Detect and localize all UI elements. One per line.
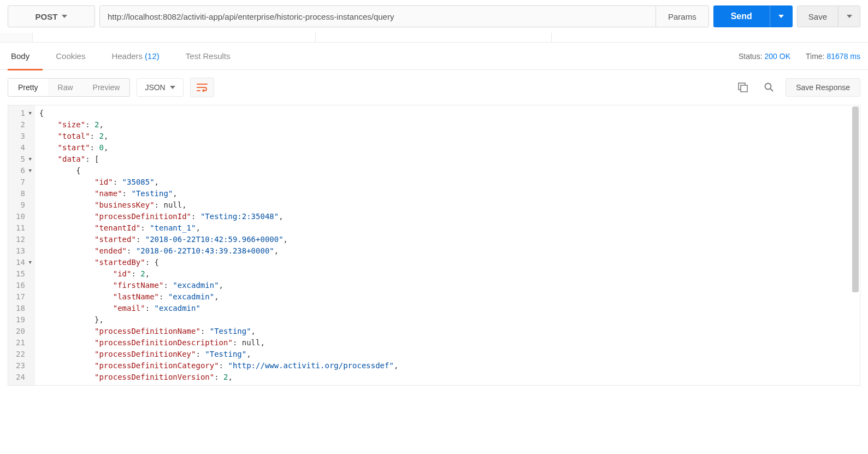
search-button[interactable]: [759, 78, 779, 97]
line-number: 8: [8, 188, 35, 199]
fold-icon[interactable]: ▼: [27, 165, 32, 176]
line-number: 16: [8, 280, 35, 291]
line-number: 17: [8, 291, 35, 303]
line-number: 24: [8, 372, 35, 383]
line-number: 13: [8, 245, 35, 257]
code-line: "name": "Testing",: [39, 188, 855, 199]
code-line: "data": [: [39, 154, 855, 165]
code-line: "lastName": "excadmin",: [39, 291, 855, 303]
header-count: (12): [145, 51, 160, 61]
line-number: 3: [8, 131, 35, 142]
line-number: 14▼: [8, 257, 35, 268]
syntax-value: JSON: [145, 83, 165, 92]
line-number: 23: [8, 360, 35, 372]
line-number: 9: [8, 199, 35, 211]
line-number: 2: [8, 119, 35, 131]
request-bar: POST Params Send Save: [0, 0, 868, 33]
code-content[interactable]: { "size": 2, "total": 2, "start": 0, "da…: [35, 105, 860, 385]
syntax-select[interactable]: JSON: [137, 78, 183, 97]
url-group: Params: [99, 5, 709, 27]
tab-cookies[interactable]: Cookies: [43, 43, 98, 70]
line-number: 4: [8, 142, 35, 154]
code-line: "businessKey": null,: [39, 199, 855, 211]
line-number: 19: [8, 314, 35, 326]
wrap-icon: [197, 83, 208, 92]
save-button[interactable]: Save: [798, 6, 838, 27]
code-line: "started": "2018-06-22T10:42:59.966+0000…: [39, 234, 855, 245]
chevron-down-icon: [62, 15, 67, 18]
code-line: "ended": "2018-06-22T10:43:39.238+0000",: [39, 245, 855, 257]
svg-line-3: [771, 89, 773, 92]
code-line: "start": 0,: [39, 142, 855, 154]
code-line: "processDefinitionCategory": "http://www…: [39, 360, 855, 372]
response-body: 1▼2345▼6▼7891011121314▼15161718192021222…: [8, 105, 860, 386]
chevron-down-icon: [847, 15, 852, 18]
method-select[interactable]: POST: [8, 5, 95, 27]
response-tabs: Body Cookies Headers (12) Test Results S…: [0, 43, 868, 70]
line-number: 21: [8, 337, 35, 349]
send-dropdown[interactable]: [770, 5, 793, 27]
search-icon: [764, 82, 774, 92]
mode-raw[interactable]: Raw: [48, 79, 83, 96]
code-line: "email": "excadmin": [39, 303, 855, 314]
code-line: "id": 2,: [39, 268, 855, 280]
line-number: 7: [8, 176, 35, 188]
status-badge: Status:200 OK: [739, 52, 790, 61]
line-number: 10: [8, 211, 35, 222]
line-gutter: 1▼2345▼6▼7891011121314▼15161718192021222…: [8, 105, 35, 385]
copy-button[interactable]: [733, 78, 753, 97]
code-line: "total": 2,: [39, 131, 855, 142]
code-line: "id": "35085",: [39, 176, 855, 188]
view-mode-group: Pretty Raw Preview: [8, 78, 130, 97]
code-line: {: [39, 165, 855, 176]
svg-point-2: [765, 84, 771, 90]
code-line: "processDefinitionName": "Testing",: [39, 326, 855, 337]
time-value: 81678 ms: [827, 52, 860, 61]
code-line: "firstName": "excadmin",: [39, 280, 855, 291]
time-badge: Time:81678 ms: [806, 52, 860, 61]
mode-preview[interactable]: Preview: [83, 79, 130, 96]
tab-test-results[interactable]: Test Results: [173, 43, 244, 70]
line-number: 6▼: [8, 165, 35, 176]
line-number: 12: [8, 234, 35, 245]
line-number: 1▼: [8, 108, 35, 119]
chevron-down-icon: [170, 86, 175, 89]
line-number: 22: [8, 349, 35, 360]
view-bar: Pretty Raw Preview JSON Save Respo: [0, 70, 868, 105]
url-input[interactable]: [100, 6, 656, 27]
status-value: 200 OK: [765, 52, 790, 61]
save-response-button[interactable]: Save Response: [786, 78, 860, 97]
svg-rect-1: [741, 85, 747, 92]
code-line: "processDefinitionId": "Testing:2:35048"…: [39, 211, 855, 222]
code-line: "tenantId": "tenant_1",: [39, 222, 855, 234]
fold-icon[interactable]: ▼: [27, 154, 32, 165]
fold-icon[interactable]: ▼: [27, 257, 32, 268]
code-line: "startedBy": {: [39, 257, 855, 268]
fold-icon[interactable]: ▼: [27, 108, 32, 119]
line-number: 20: [8, 326, 35, 337]
copy-icon: [738, 82, 748, 92]
line-number: 11: [8, 222, 35, 234]
wrap-toggle[interactable]: [190, 78, 214, 97]
scrollbar[interactable]: [852, 107, 859, 292]
line-number: 15: [8, 268, 35, 280]
code-line: "processDefinitionKey": "Testing",: [39, 349, 855, 360]
code-line: {: [39, 108, 855, 119]
params-button[interactable]: Params: [656, 6, 708, 27]
save-group: Save: [797, 5, 860, 27]
tab-headers[interactable]: Headers (12): [98, 43, 172, 70]
tab-body[interactable]: Body: [8, 43, 43, 70]
code-line: },: [39, 314, 855, 326]
request-tabs-strip: [0, 33, 868, 43]
code-line: "processDefinitionVersion": 2,: [39, 372, 855, 383]
code-line: "processDefinitionDescription": null,: [39, 337, 855, 349]
send-button[interactable]: Send: [713, 5, 770, 27]
mode-pretty[interactable]: Pretty: [8, 79, 48, 96]
code-line: "size": 2,: [39, 119, 855, 131]
chevron-down-icon: [778, 15, 784, 18]
line-number: 18: [8, 303, 35, 314]
method-value: POST: [36, 12, 58, 21]
line-number: 5▼: [8, 154, 35, 165]
send-group: Send: [713, 5, 793, 27]
save-dropdown[interactable]: [838, 6, 860, 27]
